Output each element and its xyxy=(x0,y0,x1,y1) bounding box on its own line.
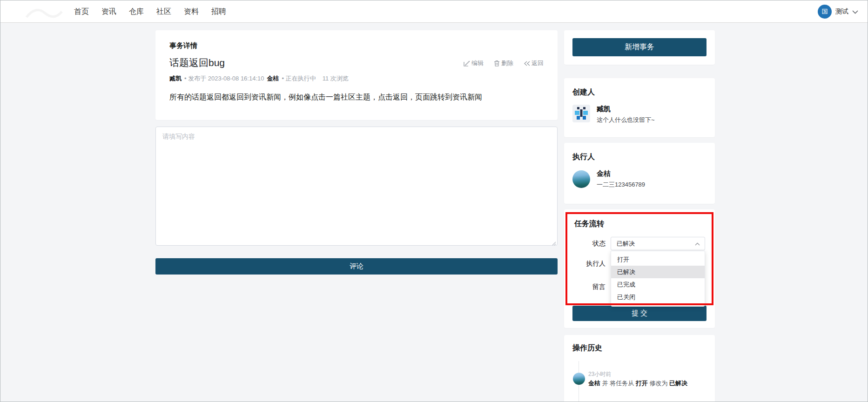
executor-row: 金桔 一二三123456789 xyxy=(572,169,707,189)
workflow-message-label: 留言 xyxy=(592,283,606,291)
task-description: 所有的话题返回都返回到资讯新闻，例如像点击一篇社区主题，点击返回，页面跳转到资讯… xyxy=(169,93,544,102)
creator-avatar xyxy=(572,105,590,124)
executor-name: 金桔 xyxy=(597,169,645,178)
task-detail-card: 事务详情 话题返回bug 编辑 删除 返回 xyxy=(155,30,558,120)
section-title: 事务详情 xyxy=(169,41,544,50)
history-from-status: 打开 xyxy=(636,380,648,387)
workflow-heading: 任务流转 xyxy=(574,219,604,229)
nav-item-resources[interactable]: 资料 xyxy=(184,7,199,17)
main-nav: 首页 资讯 仓库 社区 资料 招聘 xyxy=(74,0,226,23)
chevron-down-icon xyxy=(852,7,858,16)
task-actions: 编辑 删除 返回 xyxy=(464,59,544,69)
page: { "header": { "nav_items": ["首页", "资讯", … xyxy=(0,0,868,402)
meta-published: • 发布于 2023-08-08 16:14:10 xyxy=(184,74,264,83)
chevron-up-icon xyxy=(695,240,700,247)
meta-status: • 正在执行中 xyxy=(282,74,316,83)
history-avatar xyxy=(573,373,585,385)
delete-label: 删除 xyxy=(501,59,513,67)
history-time: 23小时前 xyxy=(588,370,611,378)
history-heading: 操作历史 xyxy=(572,343,707,353)
history-text: 修改为 xyxy=(648,380,669,387)
back-label: 返回 xyxy=(532,59,544,67)
nav-item-community[interactable]: 社区 xyxy=(156,7,171,17)
workflow-executor-label: 执行人 xyxy=(586,260,606,268)
trash-icon xyxy=(494,60,500,67)
edit-button[interactable]: 编辑 xyxy=(464,59,484,67)
history-text: 并 将任务从 xyxy=(600,380,636,387)
task-title-row: 话题返回bug 编辑 删除 返回 xyxy=(169,56,544,69)
meta-author: 臧凯 xyxy=(169,74,182,83)
creator-name: 臧凯 xyxy=(597,105,655,114)
executor-bio: 一二三123456789 xyxy=(597,181,645,189)
status-option-completed[interactable]: 已完成 xyxy=(611,278,705,291)
new-task-card: 新增事务 xyxy=(564,30,715,65)
creator-heading: 创建人 xyxy=(572,87,707,97)
nav-item-repo[interactable]: 仓库 xyxy=(129,7,144,17)
meta-views: 11 次浏览 xyxy=(323,74,349,83)
new-task-button[interactable]: 新增事务 xyxy=(572,38,707,56)
status-option-resolved[interactable]: 已解决 xyxy=(611,266,705,278)
creator-bio: 这个人什么也没留下~ xyxy=(597,116,655,124)
status-value: 已解决 xyxy=(617,240,635,248)
logo xyxy=(23,1,65,24)
edit-icon xyxy=(464,60,470,67)
creator-row: 臧凯 这个人什么也没留下~ xyxy=(572,105,707,124)
back-button[interactable]: 返回 xyxy=(524,59,544,67)
nav-item-home[interactable]: 首页 xyxy=(74,7,89,17)
nav-item-news[interactable]: 资讯 xyxy=(101,7,116,17)
status-select[interactable]: 已解决 xyxy=(611,237,705,250)
status-option-closed[interactable]: 已关闭 xyxy=(611,291,705,303)
task-meta: 臧凯 • 发布于 2023-08-08 16:14:10 金桔 • 正在执行中 … xyxy=(169,74,544,83)
history-user: 金桔 xyxy=(588,380,600,387)
delete-button[interactable]: 删除 xyxy=(494,59,513,67)
creator-card: 创建人 臧凯 这个人什么也没留下~ xyxy=(564,78,715,137)
executor-avatar xyxy=(572,170,590,188)
user-menu[interactable]: 国 测试 xyxy=(818,0,858,23)
history-card: 操作历史 23小时前 金桔 并 将任务从 打开 修改为 已解决 xyxy=(564,335,715,402)
status-dropdown: 打开 已解决 已完成 已关闭 xyxy=(611,251,705,307)
workflow-submit-button[interactable]: 提 交 xyxy=(572,306,707,321)
executor-heading: 执行人 xyxy=(572,152,707,162)
edit-label: 编辑 xyxy=(471,59,484,67)
status-label: 状态 xyxy=(592,240,606,248)
nav-item-jobs[interactable]: 招聘 xyxy=(211,7,226,17)
user-avatar[interactable]: 国 xyxy=(818,5,832,19)
task-title: 话题返回bug xyxy=(169,56,225,69)
comment-textarea[interactable] xyxy=(155,127,558,246)
rewind-icon xyxy=(524,61,530,66)
executor-card: 执行人 金桔 一二三123456789 xyxy=(564,143,715,204)
status-option-open[interactable]: 打开 xyxy=(611,253,705,266)
user-name: 测试 xyxy=(835,7,848,16)
history-entry: 金桔 并 将任务从 打开 修改为 已解决 xyxy=(588,379,687,388)
top-navbar: 首页 资讯 仓库 社区 资料 招聘 国 测试 xyxy=(0,0,868,23)
history-to-status: 已解决 xyxy=(669,380,687,387)
meta-executor: 金桔 xyxy=(267,74,279,83)
comment-submit-button[interactable]: 评论 xyxy=(155,258,558,275)
